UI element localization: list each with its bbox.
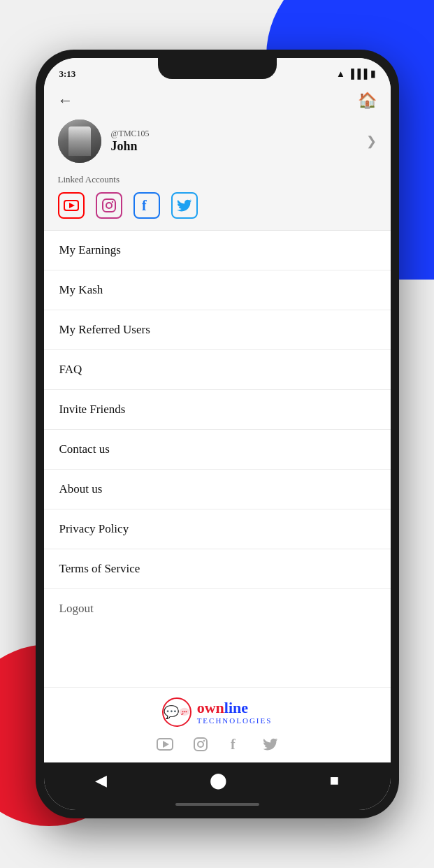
brand-text: ownline technologies [197, 700, 273, 725]
menu-item-about-us[interactable]: About us [44, 470, 391, 509]
home-indicator [44, 799, 391, 810]
back-button[interactable]: ← [58, 92, 73, 110]
svg-point-7 [182, 711, 183, 712]
profile-handle: @TMC105 [111, 129, 150, 139]
menu-item-kash[interactable]: My Kash [44, 270, 391, 310]
avatar[interactable] [58, 120, 101, 163]
instagram-link-icon[interactable] [96, 192, 122, 219]
svg-point-9 [185, 711, 187, 712]
menu-item-logout[interactable]: Logout [44, 589, 391, 628]
linked-accounts-label: Linked Accounts [58, 174, 377, 185]
brand-own-red: own [197, 700, 224, 716]
footer-twitter-icon[interactable] [263, 738, 278, 754]
home-button[interactable]: 🏠 [358, 92, 377, 110]
battery-icon: ▮ [370, 68, 375, 80]
svg-text:f: f [142, 198, 147, 213]
phone-screen: 3:13 ▲ ▐▐▐ ▮ ← 🏠 @TMC105 John [44, 58, 391, 810]
svg-rect-12 [194, 738, 207, 751]
profile-chevron-icon[interactable]: ❯ [366, 133, 377, 149]
phone-frame: 3:13 ▲ ▐▐▐ ▮ ← 🏠 @TMC105 John [36, 50, 399, 818]
svg-point-4 [111, 201, 113, 203]
menu-item-terms-of-service[interactable]: Terms of Service [44, 549, 391, 589]
svg-point-8 [184, 711, 185, 712]
svg-point-13 [198, 742, 203, 747]
brand-logo: ownline technologies [162, 697, 273, 727]
profile-info: @TMC105 John [111, 129, 150, 154]
menu-item-faq[interactable]: FAQ [44, 350, 391, 390]
facebook-link-icon[interactable]: f [133, 192, 160, 219]
menu-item-privacy-policy[interactable]: Privacy Policy [44, 509, 391, 549]
phone-notch [158, 58, 277, 79]
menu-item-contact-us[interactable]: Contact us [44, 430, 391, 470]
youtube-link-icon[interactable] [58, 192, 85, 219]
svg-rect-2 [103, 199, 115, 212]
profile-left: @TMC105 John [58, 120, 150, 163]
footer-social-icons: f [157, 737, 278, 755]
app-header: ← 🏠 [44, 85, 391, 120]
status-time: 3:13 [59, 68, 76, 80]
menu-item-earnings[interactable]: My Earnings [44, 231, 391, 270]
nav-recents-button[interactable]: ■ [330, 772, 339, 790]
wifi-icon: ▲ [336, 68, 345, 80]
footer-facebook-icon[interactable]: f [228, 737, 243, 755]
svg-marker-11 [163, 741, 169, 748]
nav-home-button[interactable]: ⬤ [210, 772, 227, 790]
footer: ownline technologies [44, 687, 391, 762]
linked-icons-row: f [58, 192, 377, 219]
signal-icon: ▐▐▐ [348, 68, 368, 80]
svg-text:f: f [231, 737, 236, 752]
footer-instagram-icon[interactable] [193, 737, 208, 755]
svg-point-3 [106, 203, 112, 208]
svg-marker-1 [69, 203, 75, 208]
brand-technologies: technologies [197, 716, 273, 725]
svg-point-14 [203, 740, 204, 742]
brand-line-blue: line [224, 700, 248, 716]
brand-chat-icon [162, 697, 191, 727]
menu-item-invite-friends[interactable]: Invite Friends [44, 390, 391, 430]
nav-bar: ◀ ⬤ ■ [44, 762, 391, 799]
profile-section: @TMC105 John ❯ [44, 120, 391, 174]
profile-name: John [111, 139, 150, 154]
nav-back-button[interactable]: ◀ [95, 772, 107, 790]
home-indicator-bar [175, 803, 259, 806]
linked-accounts-section: Linked Accounts [44, 174, 391, 230]
footer-youtube-icon[interactable] [157, 738, 173, 754]
menu-list: My Earnings My Kash My Referred Users FA… [44, 231, 391, 687]
menu-item-referred-users[interactable]: My Referred Users [44, 310, 391, 350]
avatar-image [58, 120, 101, 163]
twitter-link-icon[interactable] [171, 192, 198, 219]
